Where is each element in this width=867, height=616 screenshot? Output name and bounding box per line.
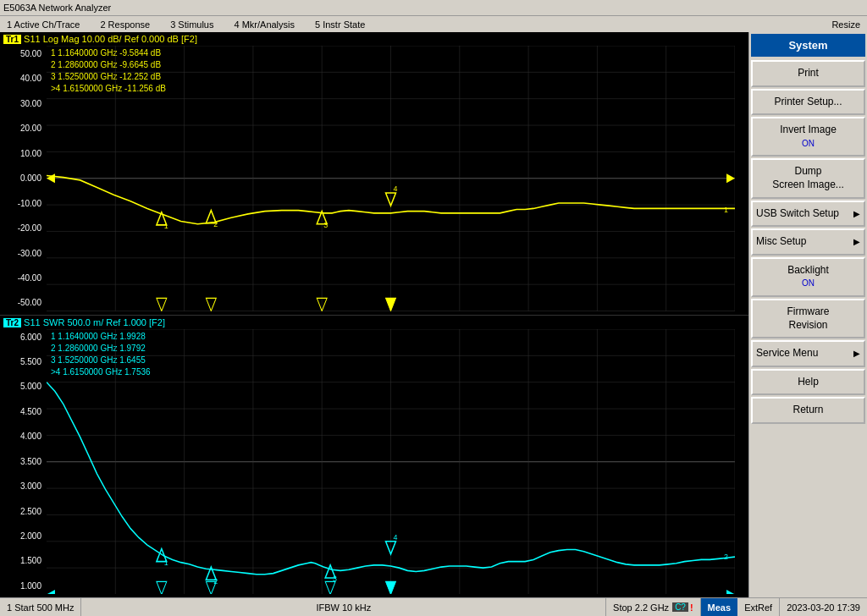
svg-text:1: 1 [164,558,168,566]
service-menu-button[interactable]: Service Menu ▶ [751,340,865,367]
service-menu-arrow-icon: ▶ [853,348,860,359]
menu-response[interactable]: 2 Response [97,19,153,30]
title-bar: E5063A Network Analyzer [0,0,867,15]
chart-bottom-canvas: 1 1.1640000 GHz 1.9928 2 1.2860000 GHz 1… [0,329,748,595]
svg-text:4: 4 [393,184,397,193]
chart-bottom: Tr2 S11 SWR 500.0 m/ Ref 1.000 [F2] 1 1.… [0,316,748,598]
usb-switch-setup-button[interactable]: USB Switch Setup ▶ [751,201,865,228]
dump-screen-button[interactable]: DumpScreen Image... [751,158,865,198]
chart-bottom-grid: 1 2 3 4 2 [47,329,735,595]
menu-mkr[interactable]: 4 Mkr/Analysis [230,19,298,30]
chart-top-grid: 1 2 3 4 1 [47,46,735,311]
return-button[interactable]: Return [751,397,865,424]
svg-marker-34 [157,298,167,311]
misc-setup-arrow-icon: ▶ [853,236,860,247]
status-ifbw: IFBW 10 kHz [81,598,606,616]
status-ch-indicator: C? [672,602,688,612]
svg-marker-68 [157,581,167,594]
svg-text:2: 2 [213,576,218,585]
status-meas[interactable]: Meas [701,598,738,616]
svg-text:2: 2 [724,553,728,561]
chart-bottom-yaxis: 6.000 5.500 5.000 4.500 4.000 3.500 3.00… [0,329,47,595]
app-title: E5063A Network Analyzer [3,3,111,13]
system-title: System [751,34,865,57]
chart-bottom-svg: 1 2 3 4 2 [47,329,735,595]
chart-area: Tr1 S11 Log Mag 10.00 dB/ Ref 0.000 dB [… [0,32,748,597]
help-button[interactable]: Help [751,369,865,396]
chart-top-svg: 1 2 3 4 1 [47,46,735,311]
print-button[interactable]: Print [751,60,865,87]
main-area: Tr1 S11 Log Mag 10.00 dB/ Ref 0.000 dB [… [0,32,867,597]
svg-marker-71 [386,581,396,594]
misc-setup-button[interactable]: Misc Setup ▶ [751,228,865,256]
menu-bar: 1 Active Ch/Trace 2 Response 3 Stimulus … [0,15,867,32]
usb-switch-arrow-icon: ▶ [853,208,860,219]
svg-marker-67 [726,590,735,594]
chart-top-title: S11 Log Mag 10.00 dB/ Ref 0.000 dB [F2] [24,34,197,44]
status-warning: ! [690,602,693,613]
chart-top-yaxis: 50.00 40.00 30.00 20.00 10.00 0.000 -10.… [0,46,47,311]
menu-stimulus[interactable]: 3 Stimulus [167,19,217,30]
menu-instr-state[interactable]: 5 Instr State [312,19,368,30]
invert-image-button[interactable]: Invert ImageON [751,117,865,157]
chart-top-header: Tr1 S11 Log Mag 10.00 dB/ Ref 0.000 dB [… [0,32,748,46]
chart-bottom-title: S11 SWR 500.0 m/ Ref 1.000 [F2] [24,317,165,327]
backlight-button[interactable]: BacklightON [751,257,865,297]
svg-text:1: 1 [724,205,728,213]
right-panel: System Print Printer Setup... Invert Ima… [748,32,867,597]
status-stop: Stop 2.2 GHz C? ! [606,598,701,616]
status-start: 1 Start 500 MHz [0,598,81,616]
resize-button[interactable]: Resize [828,19,864,30]
svg-marker-35 [386,298,396,311]
svg-marker-33 [206,298,216,311]
status-extref: ExtRef [737,598,780,616]
svg-text:2: 2 [213,220,218,228]
svg-marker-31 [726,173,735,183]
status-bar: 1 Start 500 MHz IFBW 10 kHz Stop 2.2 GHz… [0,597,867,616]
chart-top: Tr1 S11 Log Mag 10.00 dB/ Ref 0.000 dB [… [0,32,748,316]
menu-active-ch[interactable]: 1 Active Ch/Trace [3,19,83,30]
svg-text:4: 4 [393,532,397,541]
svg-text:3: 3 [323,221,328,229]
svg-marker-66 [47,590,55,594]
svg-text:1: 1 [164,222,168,230]
status-datetime: 2023-03-20 17:39 [780,598,867,616]
chart-top-canvas: 1 1.1640000 GHz -9.5844 dB 2 1.2860000 G… [0,46,748,311]
svg-marker-70 [325,581,335,594]
chart-bottom-header: Tr2 S11 SWR 500.0 m/ Ref 1.000 [F2] [0,316,748,329]
printer-setup-button[interactable]: Printer Setup... [751,89,865,116]
firmware-revision-button[interactable]: FirmwareRevision [751,299,865,338]
